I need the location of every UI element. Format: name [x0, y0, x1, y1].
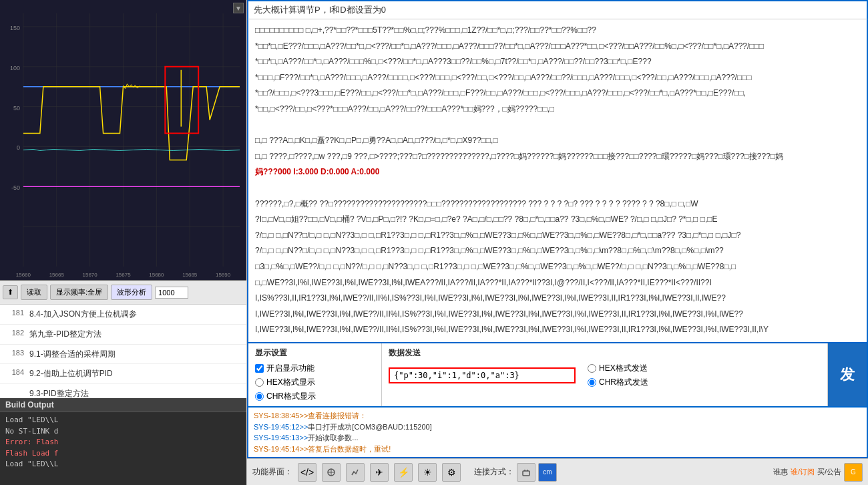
- content-line-12: ?/□,□ □,□N??□/□,□ □,□N??3□,□ □,□R1??3□,□…: [255, 244, 860, 259]
- right-panel: 先大概计算调节P，I和D都设置为0 □□□□□□□□□□ □,□+,??*□□?…: [247, 0, 868, 485]
- left-panel: 150 100 50 0 -50 15660 15665 15670 15675…: [0, 0, 247, 485]
- right-content[interactable]: □□□□□□□□□□ □,□+,??*□□??*□□□5T??*□□%□,□;?…: [247, 19, 868, 342]
- data-send-section: 数据发送 HEX格式发送 CHR格式发送: [382, 343, 827, 406]
- bottom-toolbar: 功能界面： </> ✈ ⚡ ☀ ⚙ 连接方式： cm 谁惠 谁/订阅: [247, 458, 868, 485]
- right-header: 先大概计算调节P，I和D都设置为0: [247, 0, 868, 19]
- upload-button[interactable]: ⬆: [3, 285, 18, 299]
- hex-send-label[interactable]: HEX格式发送: [588, 363, 648, 374]
- hex-send-radio[interactable]: [588, 364, 596, 373]
- connect-label: 连接方式：: [474, 466, 514, 478]
- hex-display-radio[interactable]: [255, 378, 264, 387]
- chr-send-radio[interactable]: [588, 378, 596, 387]
- chapter-num: 184: [5, 368, 24, 376]
- sys-msg-1: 查看连接报错请：: [308, 412, 367, 420]
- chr-send-label[interactable]: CHR格式发送: [588, 377, 648, 388]
- build-line-4: Flash Load f: [5, 448, 241, 460]
- data-send-title: 数据发送: [389, 347, 821, 359]
- send-btn-label: 发: [840, 365, 855, 385]
- sys-log: SYS-18:38:45>>查看连接报错请： SYS-19:45:12>>串口打…: [247, 408, 868, 458]
- main-container: 150 100 50 0 -50 15660 15665 15670 15675…: [0, 0, 868, 485]
- content-line-11: ?/□,□ □,□N??□/□,□ □,□N??3□,□ □,□R1??3□,□…: [255, 228, 860, 243]
- content-line-1: □□□□□□□□□□ □,□+,??*□□??*□□□5T??*□□%□,□;?…: [255, 23, 860, 38]
- tool-code-icon[interactable]: </>: [298, 463, 316, 482]
- content-line-14: □,□WE??3Ι,Ι%Ι,ΙWE??3Ι,Ι%Ι,ΙWE??3Ι,Ι%Ι,ΙW…: [255, 276, 860, 291]
- svg-text:15660: 15660: [16, 272, 31, 278]
- build-line-3: Error: Flash: [5, 437, 241, 448]
- svg-text:15690: 15690: [216, 272, 231, 278]
- chr-display-radio[interactable]: [255, 392, 264, 401]
- list-item[interactable]: 183 9.1-调整合适的采样周期: [0, 345, 246, 365]
- content-line-2: *□□*□,□E???/□□□,□A???/□□*□,□<???/□□*□,□A…: [255, 39, 860, 54]
- tool-flash-icon[interactable]: ⚡: [394, 463, 413, 482]
- right-label-2: 谁/订阅: [791, 467, 815, 477]
- analysis-button[interactable]: 波形分析: [111, 285, 152, 300]
- right-label-3: 买/公告: [817, 467, 841, 477]
- tool-settings-icon[interactable]: ⚙: [442, 463, 461, 482]
- content-line-8: □,□ ????,□????,□w ???,□9 ???,□>????;???□…: [255, 150, 860, 164]
- chapter-text: 9.1-调整合适的采样周期: [29, 349, 116, 360]
- hex-send-text: HEX格式发送: [599, 363, 648, 374]
- content-title: 先大概计算调节P，I和D都设置为0: [254, 5, 386, 15]
- sys-line-1: SYS-18:38:45>>查看连接报错请：: [254, 410, 861, 422]
- tool-sun-icon[interactable]: ☀: [418, 463, 437, 482]
- data-send-input[interactable]: [389, 367, 576, 383]
- chapter-list: 181 8.4-加入JSON方便上位机调参 182 第九章-PID整定方法 18…: [0, 305, 246, 398]
- send-options: HEX格式发送 CHR格式发送: [588, 363, 648, 388]
- content-line-10: ?Ι□,□V□,□姐??□□,□V□,□桶? ?V□,□P□,□?!? ?K□,…: [255, 212, 860, 227]
- freq-button[interactable]: 显示频率:全屏: [50, 285, 108, 300]
- list-item[interactable]: 184 9.2-借助上位机调节PID: [0, 364, 246, 384]
- send-button[interactable]: 发: [827, 343, 867, 406]
- content-line-17: Ι,ΙWE??3Ι,Ι%Ι,ΙWE??3Ι,Ι%Ι,ΙWE??/ΙΙ,ΙΙ%Ι,…: [255, 323, 860, 337]
- list-item[interactable]: 9.3-PID整定方法: [0, 384, 246, 398]
- svg-text:-50: -50: [11, 184, 20, 191]
- build-line-5: Load "LED\\L: [5, 459, 241, 470]
- chapter-text: 9.3-PID整定方法: [29, 388, 89, 398]
- sys-line-4: SYS-19:45:14>>答复后台数据超时，重试!: [254, 444, 861, 455]
- sys-time-4: SYS-19:45:14>>: [254, 445, 308, 453]
- tool-chart-icon[interactable]: [346, 463, 365, 482]
- content-line-9: ??????,□?,□概?? ??□?????????????????????□…: [255, 197, 860, 212]
- display-radio-group: 开启显示功能 HEX格式显示 CHR格式显示: [255, 363, 375, 402]
- connect-icon-1[interactable]: [517, 463, 535, 482]
- sys-line-2: SYS-19:45:12>>串口打开成功[COM3@BAUD:115200]: [254, 422, 861, 433]
- sys-line-3: SYS-19:45:13>>开始读取参数...: [254, 432, 861, 444]
- scroll-indicator[interactable]: ▼: [233, 3, 244, 13]
- tool-send-icon[interactable]: ✈: [370, 463, 389, 482]
- chart-area: 150 100 50 0 -50 15660 15665 15670 15675…: [0, 0, 246, 281]
- enable-display-text: 开启显示功能: [266, 363, 314, 374]
- connect-icon-2[interactable]: cm: [538, 463, 557, 482]
- content-line-6: *□□,□<???/□□,□<???*□□□A???/□□,□A???/□□??…: [255, 102, 860, 117]
- chapter-num: 181: [5, 309, 24, 317]
- read-button[interactable]: 读取: [21, 285, 47, 300]
- toolbar-row: ⬆ 读取 显示频率:全屏 波形分析: [0, 281, 246, 305]
- hex-display-label[interactable]: HEX格式显示: [255, 377, 375, 388]
- right-bottom: 显示设置 开启显示功能 HEX格式显示 CHR格式显示: [247, 342, 868, 458]
- svg-text:15680: 15680: [149, 272, 164, 278]
- tool-network-icon[interactable]: [322, 463, 341, 482]
- content-line-5: *□□?/□□□,□<???3□□□,□E???/□□,□<???/□□*□,□…: [255, 86, 860, 101]
- chapter-text: 第九章-PID整定方法: [29, 329, 101, 340]
- sys-time-2: SYS-19:45:12>>: [254, 423, 308, 431]
- enable-display-label[interactable]: 开启显示功能: [255, 363, 375, 374]
- svg-text:100: 100: [10, 65, 20, 71]
- display-settings: 显示设置 开启显示功能 HEX格式显示 CHR格式显示: [248, 343, 382, 406]
- hex-display-text: HEX格式显示: [266, 377, 315, 388]
- content-line-4: *□□□,□F???/□□*□,□A???/□□□,□A???/□□□□,□<?…: [255, 71, 860, 86]
- content-line-pid1: 妈???000 I:3.000 D:0.000 A:0.000: [255, 165, 860, 180]
- content-body: □□□□□□□□□□ □,□+,??*□□??*□□□5T??*□□%□,□;?…: [248, 19, 867, 342]
- svg-rect-33: [523, 471, 529, 476]
- data-input-row: HEX格式发送 CHR格式发送: [389, 363, 821, 388]
- content-line-15: Ι,ΙS%??3Ι,ΙΙ,ΙR1??3Ι,Ι%Ι,ΙWE??/ΙΙ,ΙΙ%Ι,Ι…: [255, 291, 860, 306]
- build-output-panel: Build Output Load "LED\\L No ST-LINK d E…: [0, 398, 246, 485]
- value-input[interactable]: [155, 287, 188, 299]
- list-item[interactable]: 181 8.4-加入JSON方便上位机调参: [0, 305, 246, 325]
- enable-display-checkbox[interactable]: [255, 364, 264, 373]
- chr-send-text: CHR格式发送: [599, 377, 648, 388]
- svg-text:50: 50: [13, 105, 20, 112]
- chapter-text: 8.4-加入JSON方便上位机调参: [29, 309, 137, 320]
- content-line-13: □3□,□%□,□WE??/□,□ □,□N??/□,□ □,□N??3□,□ …: [255, 260, 860, 275]
- chr-display-label[interactable]: CHR格式显示: [255, 391, 375, 402]
- right-icon-1[interactable]: G: [844, 463, 863, 482]
- svg-text:15675: 15675: [116, 272, 131, 278]
- list-item[interactable]: 182 第九章-PID整定方法: [0, 325, 246, 345]
